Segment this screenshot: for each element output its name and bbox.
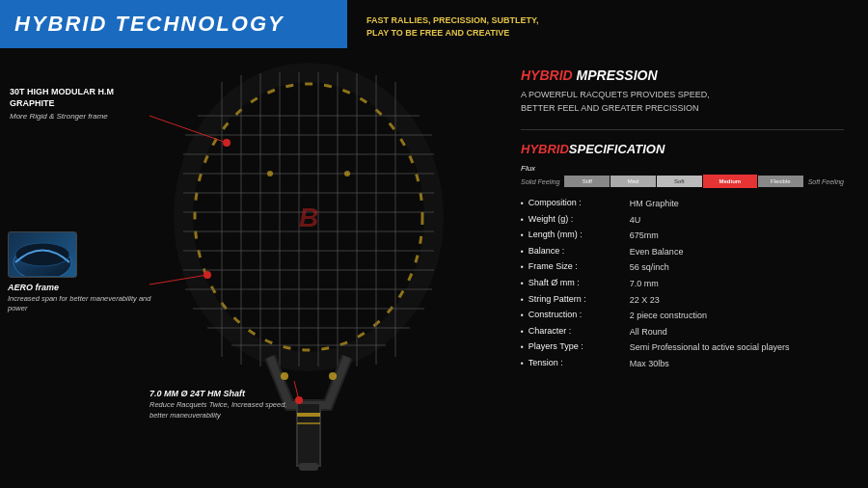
svg-rect-30 xyxy=(299,463,318,471)
spec-bullet: ▪ xyxy=(521,279,524,287)
spec-bullet: ▪ xyxy=(521,199,524,207)
spec-row: ▪Character :All Round xyxy=(521,326,844,339)
annotation-aero: AERO frame Increased span for better man… xyxy=(8,231,152,313)
spec-row: ▪String Pattern :22 X 23 xyxy=(521,294,844,307)
svg-point-33 xyxy=(329,372,337,380)
spec-bullet: ▪ xyxy=(521,327,524,336)
annotation-graphite: 30T HIGH MODULAR H.M GRAPHITE More Rigid… xyxy=(10,87,145,122)
spec-row: ▪Composition :HM Graphite xyxy=(521,198,844,210)
spec-value: All Round xyxy=(630,326,844,339)
spec-rest: SPECIFICATION xyxy=(569,142,665,156)
svg-point-32 xyxy=(281,372,288,380)
impression-hybrid: HYBRID xyxy=(521,68,573,83)
right-panel: HYBRID MPRESSION A POWERFUL RACQUETS PRO… xyxy=(506,58,858,384)
spec-key: Length (mm) : xyxy=(529,230,630,239)
shaft-label: 7.0 MM Ø 24T HM Shaft xyxy=(149,389,299,398)
graphite-sublabel: More Rigid & Stronger frame xyxy=(10,112,145,122)
spec-row: ▪Construction :2 piece construction xyxy=(521,310,844,322)
spec-key: Frame Size : xyxy=(529,261,630,271)
flux-right-label: Soft Feeling xyxy=(808,178,844,185)
spec-row: ▪Players Type :Semi Professional to acti… xyxy=(521,341,844,354)
svg-point-43 xyxy=(15,243,69,266)
divider-1 xyxy=(521,129,844,130)
impression-section: HYBRID MPRESSION A POWERFUL RACQUETS PRO… xyxy=(521,68,844,115)
spec-value: Even Balance xyxy=(630,246,844,258)
spec-value: 56 sq/inch xyxy=(630,261,844,274)
spec-key: Players Type : xyxy=(529,341,630,351)
spec-bullet: ▪ xyxy=(521,230,524,239)
impression-desc: A POWERFUL RACQUETS PROVIDES SPEED, BETT… xyxy=(521,89,844,115)
spec-value: 7.0 mm xyxy=(630,278,844,290)
spec-bullet: ▪ xyxy=(521,342,524,351)
impression-rest: MPRESSION xyxy=(573,68,658,83)
spec-key: Tension : xyxy=(529,358,630,367)
svg-text:B: B xyxy=(299,203,318,232)
impression-title: HYBRID MPRESSION xyxy=(521,68,844,83)
spec-row: ▪Weight (g) :4U xyxy=(521,214,844,227)
spec-value: 22 X 23 xyxy=(630,294,844,307)
spec-table: ▪Composition :HM Graphite▪Weight (g) :4U… xyxy=(521,198,844,370)
svg-rect-27 xyxy=(297,403,320,466)
spec-bullet: ▪ xyxy=(521,247,524,256)
spec-bullet: ▪ xyxy=(521,262,524,271)
svg-rect-28 xyxy=(297,413,320,417)
annotation-shaft: 7.0 MM Ø 24T HM Shaft Reduce Racquets Tw… xyxy=(149,389,299,420)
spec-key: Shaft Ø mm : xyxy=(529,278,630,287)
spec-value: 675mm xyxy=(630,230,844,242)
flux-section: Flux Solid Feeling Stiff Med Soft Medium… xyxy=(521,164,844,188)
spec-row: ▪Shaft Ø mm :7.0 mm xyxy=(521,278,844,290)
spec-value: 2 piece construction xyxy=(630,310,844,322)
spec-row: ▪Frame Size :56 sq/inch xyxy=(521,261,844,274)
spec-value: Max 30lbs xyxy=(630,358,844,370)
spec-bullet: ▪ xyxy=(521,359,524,367)
shaft-sublabel: Reduce Racquets Twice, Increased speed, … xyxy=(149,400,299,420)
aero-label: AERO frame xyxy=(8,283,152,292)
header-tagline: FAST RALLIES, PRECISSION, SUBTLETY, PLAY… xyxy=(366,14,559,39)
spec-bullet: ▪ xyxy=(521,311,524,319)
spec-key: Weight (g) : xyxy=(529,214,630,224)
spec-hybrid: HYBRID xyxy=(521,142,569,156)
aero-sublabel: Increased span for better maneverability… xyxy=(8,294,152,313)
spec-row: ▪Tension :Max 30lbs xyxy=(521,358,844,370)
spec-row: ▪Length (mm) :675mm xyxy=(521,230,844,242)
spec-bullet: ▪ xyxy=(521,295,524,304)
spec-key: String Pattern : xyxy=(529,294,630,304)
spec-title: HYBRIDSPECIFICATION xyxy=(521,142,844,156)
flux-left-label: Solid Feeling xyxy=(521,178,559,185)
spec-key: Composition : xyxy=(529,198,630,207)
svg-rect-29 xyxy=(297,422,320,424)
svg-point-34 xyxy=(267,171,273,176)
spec-bullet: ▪ xyxy=(521,215,524,224)
spec-value: HM Graphite xyxy=(630,198,844,210)
spec-key: Balance : xyxy=(529,246,630,256)
page-title: HYBRID TECHNOLOGY xyxy=(14,12,285,37)
spec-row: ▪Balance :Even Balance xyxy=(521,246,844,258)
spec-key: Construction : xyxy=(529,310,630,319)
spec-value: Semi Professional to active social playe… xyxy=(630,341,844,354)
graphite-label: 30T HIGH MODULAR H.M GRAPHITE xyxy=(10,87,145,109)
svg-point-35 xyxy=(344,171,350,176)
flux-label: Flux xyxy=(521,164,844,173)
spec-value: 4U xyxy=(630,214,844,227)
spec-key: Character : xyxy=(529,326,630,336)
